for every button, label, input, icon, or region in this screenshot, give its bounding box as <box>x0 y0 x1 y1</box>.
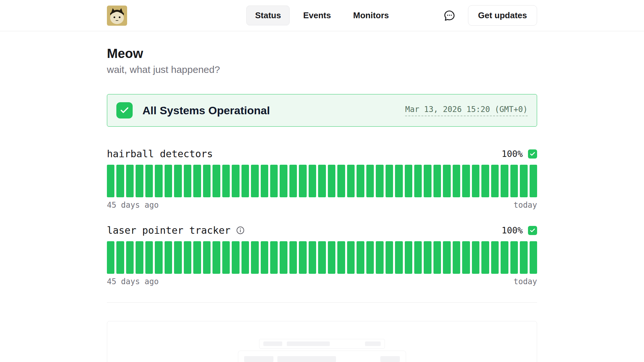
uptime-bar[interactable] <box>212 241 220 274</box>
uptime-bar[interactable] <box>453 241 460 274</box>
uptime-bar[interactable] <box>212 165 220 197</box>
uptime-bar[interactable] <box>270 165 278 197</box>
uptime-bar[interactable] <box>443 165 450 197</box>
uptime-bar[interactable] <box>501 165 508 197</box>
uptime-bar[interactable] <box>376 165 383 197</box>
uptime-bar[interactable] <box>472 165 479 197</box>
uptime-bar[interactable] <box>309 241 316 274</box>
uptime-bar[interactable] <box>116 241 124 274</box>
uptime-bar[interactable] <box>299 241 306 274</box>
feedback-chat-button[interactable] <box>443 9 456 22</box>
uptime-bar[interactable] <box>242 165 249 197</box>
uptime-bar[interactable] <box>347 165 355 197</box>
uptime-bar[interactable] <box>251 241 258 274</box>
uptime-bar[interactable] <box>433 241 441 274</box>
uptime-bar[interactable] <box>414 241 422 274</box>
uptime-bar[interactable] <box>386 241 393 274</box>
status-timestamp[interactable]: Mar 13, 2026 15:20 (GMT+0) <box>405 105 528 116</box>
uptime-bar[interactable] <box>184 241 191 274</box>
uptime-bar[interactable] <box>318 241 326 274</box>
uptime-bar[interactable] <box>107 241 114 274</box>
uptime-bar[interactable] <box>174 165 182 197</box>
uptime-bar[interactable] <box>145 165 153 197</box>
uptime-bar[interactable] <box>174 241 182 274</box>
uptime-bar[interactable] <box>366 241 374 274</box>
uptime-bar[interactable] <box>184 165 191 197</box>
uptime-bar[interactable] <box>280 241 287 274</box>
uptime-bar[interactable] <box>395 165 402 197</box>
monitor-hairball-detectors: hairball detectors 100% 45 days ago <box>107 148 537 210</box>
tab-status[interactable]: Status <box>246 6 290 25</box>
cat-logo[interactable] <box>107 6 127 26</box>
uptime-bar[interactable] <box>491 165 499 197</box>
get-updates-button[interactable]: Get updates <box>468 5 537 26</box>
uptime-bar[interactable] <box>357 241 364 274</box>
uptime-bar[interactable] <box>510 241 518 274</box>
uptime-bar[interactable] <box>299 165 306 197</box>
uptime-bar[interactable] <box>520 165 527 197</box>
uptime-bar[interactable] <box>222 165 230 197</box>
tab-events[interactable]: Events <box>294 6 340 25</box>
uptime-bar[interactable] <box>251 165 258 197</box>
uptime-bar[interactable] <box>107 165 114 197</box>
uptime-bar[interactable] <box>443 241 450 274</box>
uptime-bar[interactable] <box>472 241 479 274</box>
uptime-bar[interactable] <box>261 241 268 274</box>
uptime-bar[interactable] <box>318 165 326 197</box>
uptime-bar[interactable] <box>337 241 345 274</box>
uptime-bar[interactable] <box>222 241 230 274</box>
uptime-bar[interactable] <box>357 165 364 197</box>
uptime-bar[interactable] <box>405 241 412 274</box>
uptime-bar[interactable] <box>433 165 441 197</box>
uptime-bar[interactable] <box>510 165 518 197</box>
uptime-bar[interactable] <box>530 241 537 274</box>
uptime-bar[interactable] <box>280 165 287 197</box>
uptime-bar[interactable] <box>453 165 460 197</box>
info-icon[interactable] <box>236 226 245 235</box>
uptime-bar[interactable] <box>414 165 422 197</box>
uptime-bar[interactable] <box>501 241 508 274</box>
uptime-bar[interactable] <box>309 165 316 197</box>
tab-monitors[interactable]: Monitors <box>344 6 398 25</box>
uptime-bar[interactable] <box>405 165 412 197</box>
uptime-bar[interactable] <box>193 241 201 274</box>
uptime-bar[interactable] <box>481 165 489 197</box>
uptime-bar[interactable] <box>462 165 470 197</box>
uptime-bar[interactable] <box>491 241 499 274</box>
uptime-bar[interactable] <box>136 165 143 197</box>
uptime-bar[interactable] <box>155 165 162 197</box>
uptime-bar[interactable] <box>270 241 278 274</box>
uptime-bar[interactable] <box>347 241 355 274</box>
uptime-bar[interactable] <box>289 165 297 197</box>
uptime-bar[interactable] <box>328 241 335 274</box>
uptime-bar[interactable] <box>261 165 268 197</box>
uptime-bar[interactable] <box>203 241 211 274</box>
uptime-bar[interactable] <box>530 165 537 197</box>
uptime-bar[interactable] <box>116 165 124 197</box>
uptime-bar[interactable] <box>136 241 143 274</box>
uptime-bar[interactable] <box>145 241 153 274</box>
uptime-bar[interactable] <box>337 165 345 197</box>
uptime-bar[interactable] <box>395 241 402 274</box>
uptime-bar[interactable] <box>242 241 249 274</box>
uptime-bar[interactable] <box>232 165 239 197</box>
uptime-bar[interactable] <box>328 165 335 197</box>
uptime-bar[interactable] <box>462 241 470 274</box>
uptime-bar[interactable] <box>481 241 489 274</box>
uptime-bar[interactable] <box>155 241 162 274</box>
uptime-bar[interactable] <box>376 241 383 274</box>
uptime-bar[interactable] <box>424 241 431 274</box>
uptime-bar[interactable] <box>193 165 201 197</box>
uptime-bar[interactable] <box>520 241 527 274</box>
uptime-bar[interactable] <box>232 241 239 274</box>
uptime-bar[interactable] <box>126 165 134 197</box>
uptime-bar[interactable] <box>386 165 393 197</box>
uptime-bar[interactable] <box>424 165 431 197</box>
uptime-bar[interactable] <box>126 241 134 274</box>
uptime-bar[interactable] <box>203 165 211 197</box>
uptime-bar[interactable] <box>165 241 172 274</box>
uptime-bar[interactable] <box>165 165 172 197</box>
monitor-list: hairball detectors 100% 45 days ago <box>107 148 537 286</box>
uptime-bar[interactable] <box>289 241 297 274</box>
uptime-bar[interactable] <box>366 165 374 197</box>
